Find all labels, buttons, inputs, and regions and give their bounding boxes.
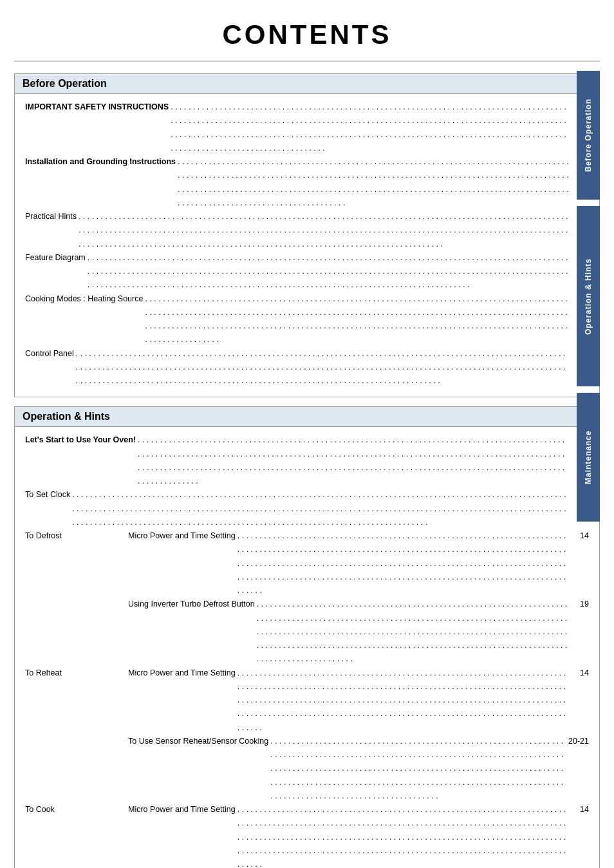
toc-row: To Use Sensor Reheat/Sensor Cooking20-21 <box>25 735 589 803</box>
toc-row: IMPORTANT SAFETY INSTRUCTIONS5-6 <box>25 100 589 155</box>
toc-row: To DefrostMicro Power and Time Setting14 <box>25 529 589 598</box>
toc-page: 14 <box>571 529 589 598</box>
toc-dots <box>236 529 571 598</box>
toc-dots <box>70 488 571 529</box>
toc-empty-prefix <box>25 598 77 666</box>
toc-label: To Use Sensor Reheat/Sensor Cooking <box>77 735 268 803</box>
section-header-before-operation: Before Operation <box>15 74 599 94</box>
toc-row: Installation and Grounding Instructions7 <box>25 155 589 210</box>
toc-empty-prefix <box>25 735 77 803</box>
toc-label: Micro Power and Time Setting <box>77 666 236 735</box>
toc-page: 19 <box>571 598 589 666</box>
toc-dots <box>268 735 568 803</box>
toc-label: Micro Power and Time Setting <box>77 803 236 868</box>
section-body-before-operation: IMPORTANT SAFETY INSTRUCTIONS5-6Installa… <box>15 94 599 397</box>
toc-page: 14 <box>571 803 589 868</box>
section-header-operation-hints: Operation & Hints <box>15 407 599 427</box>
toc-dots <box>143 292 571 347</box>
toc-prefix-label: To Reheat <box>25 666 77 735</box>
toc-label: IMPORTANT SAFETY INSTRUCTIONS <box>25 100 169 155</box>
toc-dots <box>74 347 571 388</box>
toc-page: 20-21 <box>568 735 589 803</box>
tab-operation-hints: Operation & Hints <box>577 206 600 386</box>
toc-dots <box>169 100 571 155</box>
toc-dots <box>136 433 571 488</box>
toc-row: Using Inverter Turbo Defrost Button19 <box>25 598 589 666</box>
section-operation-hints: Operation & HintsLet's Start to Use Your… <box>14 406 600 868</box>
toc-label: Using Inverter Turbo Defrost Button <box>77 598 255 666</box>
toc-dots <box>255 598 571 666</box>
toc-dots <box>77 210 571 251</box>
toc-dots <box>86 251 571 292</box>
toc-dots <box>176 155 571 210</box>
toc-label: Feature Diagram <box>25 251 86 292</box>
toc-dots <box>236 666 571 735</box>
toc-row: To ReheatMicro Power and Time Setting14 <box>25 666 589 735</box>
toc-label: To Set Clock <box>25 488 70 529</box>
toc-label: Installation and Grounding Instructions <box>25 155 176 210</box>
toc-page: 14 <box>571 666 589 735</box>
toc-row: Practical Hints8-9 <box>25 210 589 251</box>
toc-prefix-label: To Cook <box>25 803 77 868</box>
section-before-operation: Before OperationIMPORTANT SAFETY INSTRUC… <box>14 73 600 397</box>
toc-label: Let's Start to Use Your Oven! <box>25 433 136 488</box>
sections-container: Before OperationIMPORTANT SAFETY INSTRUC… <box>14 73 600 868</box>
toc-label: Micro Power and Time Setting <box>77 529 236 598</box>
toc-row: Let's Start to Use Your Oven!12 <box>25 433 589 488</box>
page-title: CONTENTS <box>14 13 600 62</box>
toc-prefix-label: To Defrost <box>25 529 77 598</box>
toc-label: Cooking Modes : Heating Source <box>25 292 143 347</box>
page-container: CONTENTS Before OperationIMPORTANT SAFET… <box>14 0 600 868</box>
tab-maintenance: Maintenance <box>577 393 600 522</box>
toc-row: To Set Clock13 <box>25 488 589 529</box>
toc-row: Control Panel11 <box>25 347 589 388</box>
toc-row: Cooking Modes : Heating Source10 <box>25 292 589 347</box>
toc-dots <box>236 803 571 868</box>
toc-label: Control Panel <box>25 347 74 388</box>
toc-row: To CookMicro Power and Time Setting14 <box>25 803 589 868</box>
toc-row: Feature Diagram10 <box>25 251 589 292</box>
side-tabs: Before Operation Operation & Hints Maint… <box>577 71 600 522</box>
toc-label: Practical Hints <box>25 210 77 251</box>
tab-before-operation: Before Operation <box>577 71 600 200</box>
section-body-operation-hints: Let's Start to Use Your Oven!12To Set Cl… <box>15 427 599 868</box>
